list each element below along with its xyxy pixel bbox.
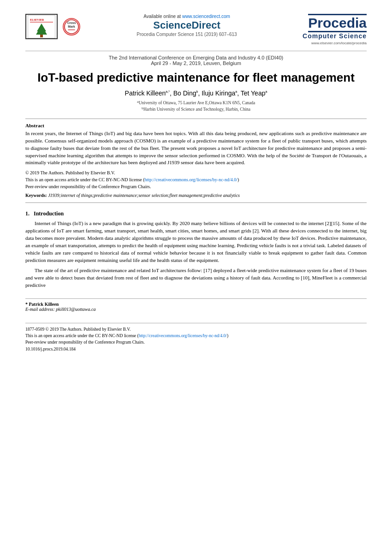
journal-name: Procedia Computer Science 151 (2019) 607…: [90, 32, 284, 37]
footnote-email: E-mail address: pkill013@uottawa.ca: [25, 307, 367, 312]
affiliation-a: ᵃUniversity of Ottawa, 75 Laurier Ave E,…: [25, 100, 367, 106]
procedia-brand: Procedia Computer Science www.elsevier.c…: [293, 14, 367, 45]
section-divider-intro: [25, 202, 367, 203]
page: ELSEVIER Cross Mark: [0, 0, 392, 535]
keywords-text: J1939;internet of things;predictive main…: [48, 193, 240, 198]
header-divider: [25, 51, 367, 51]
svg-rect-5: [40, 35, 43, 37]
sciencedirect-url[interactable]: www.sciencedirect.com: [182, 14, 230, 19]
abstract-label: Abstract: [25, 123, 367, 128]
svg-text:Cross: Cross: [67, 21, 76, 24]
footer-issn: 1877-0509 © 2019 The Authors. Published …: [25, 326, 367, 333]
introduction-section: 1. Introduction Internet of Things (IoT)…: [25, 210, 367, 289]
footer-license-url[interactable]: http://creativecommons.org/licenses/by-n…: [139, 333, 227, 338]
footer-doi: 10.1016/j.procs.2019.04.184: [25, 346, 367, 352]
license-line1: © 2019 The Authors. Published by Elsevie…: [25, 169, 367, 176]
header: ELSEVIER Cross Mark: [25, 14, 367, 45]
authors: Patrick Killeena,*, Bo Dingb, Iluju Kiri…: [25, 89, 367, 97]
footer-license: This is an open access article under the…: [25, 333, 367, 339]
page-footer: 1877-0509 © 2019 The Authors. Published …: [25, 323, 367, 352]
paper-title: IoT-based predictive maintenance for fle…: [25, 71, 367, 85]
procedia-title: Procedia: [308, 14, 367, 32]
abstract-text: In recent years, the Internet of Things …: [25, 130, 367, 167]
sciencedirect-title: ScienceDirect: [90, 20, 284, 30]
affiliation-b: ᵇHarbin University of Science and Techno…: [25, 106, 367, 113]
section-divider-abstract: [25, 119, 367, 119]
procedia-subtitle: Computer Science: [303, 32, 367, 40]
header-logos: ELSEVIER Cross Mark: [25, 14, 81, 39]
available-online-text: Available online at www.sciencedirect.co…: [90, 14, 284, 19]
svg-text:ELSEVIER: ELSEVIER: [30, 18, 44, 21]
license-block: © 2019 The Authors. Published by Elsevie…: [25, 169, 367, 190]
license-line2: This is an open access article under the…: [25, 176, 367, 183]
elsevier-logo: ELSEVIER: [25, 14, 58, 39]
license-line2-prefix: This is an open access article under the…: [25, 177, 145, 182]
footnote-name: * Patrick Killeen: [25, 302, 367, 307]
intro-paragraph1: Internet of Things (IoT) is a new paradi…: [25, 220, 367, 264]
header-center: Available online at www.sciencedirect.co…: [81, 14, 293, 37]
conference-line2: April 29 - May 2, 2019, Leuven, Belgium: [25, 60, 367, 66]
license-line3: Peer-review under responsibility of the …: [25, 183, 367, 190]
license-url[interactable]: http://creativecommons.org/licenses/by-n…: [145, 177, 238, 182]
svg-text:Mark: Mark: [68, 24, 75, 28]
intro-paragraph2: The state of the art of predictive maint…: [25, 267, 367, 289]
crossmark-logo: Cross Mark: [62, 18, 81, 36]
abstract-section: Abstract In recent years, the Internet o…: [25, 123, 367, 198]
license-line2-suffix: ): [238, 177, 239, 182]
procedia-url: www.elsevier.com/locate/procedia: [311, 41, 367, 45]
affiliations: ᵃUniversity of Ottawa, 75 Laurier Ave E,…: [25, 100, 367, 113]
conference-line1: The 2nd International Conference on Emer…: [25, 55, 367, 60]
keywords-label: Keywords:: [25, 193, 47, 198]
header-right: Procedia Computer Science www.elsevier.c…: [293, 14, 367, 45]
intro-title: 1. Introduction: [25, 210, 367, 217]
footer-peer-review: Peer-review under responsibility of the …: [25, 339, 367, 345]
footnote-area: * Patrick Killeen E-mail address: pkill0…: [25, 298, 367, 312]
conference-info: The 2nd International Conference on Emer…: [25, 55, 367, 66]
keywords-line: Keywords: J1939;internet of things;predi…: [25, 193, 367, 198]
